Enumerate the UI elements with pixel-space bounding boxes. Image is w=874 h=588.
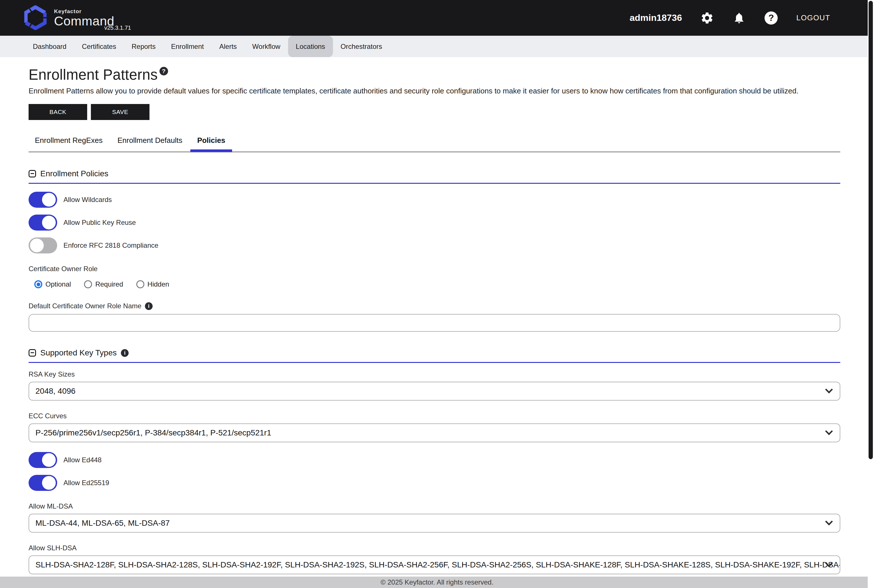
back-button[interactable]: BACK (29, 104, 87, 120)
allow-ed448-toggle[interactable] (29, 452, 57, 468)
select-value: P-256/prime256v1/secp256r1, P-384/secp38… (35, 428, 271, 437)
toggle-label: Allow Public Key Reuse (63, 219, 136, 226)
app-header: Keyfactor Command v25.3.1.71 admin18736 … (0, 0, 874, 36)
section-divider (29, 362, 840, 363)
ecc-curves-label: ECC Curves (29, 412, 840, 420)
radio-required[interactable]: Required (84, 280, 123, 288)
toggle-label: Allow Ed25519 (63, 479, 109, 487)
gear-icon[interactable] (700, 11, 714, 25)
select-value: SLH-DSA-SHA2-128F, SLH-DSA-SHA2-128S, SL… (35, 560, 840, 569)
ecc-curves-select[interactable]: P-256/prime256v1/secp256r1, P-384/secp38… (29, 423, 840, 442)
rsa-key-sizes-label: RSA Key Sizes (29, 370, 840, 378)
allow-ml-dsa-label: Allow ML-DSA (29, 502, 840, 510)
scrollbar-track[interactable] (868, 0, 874, 588)
toggle-row-allow-wildcards: Allow Wildcards (29, 192, 840, 208)
header-right: admin18736 LOGOUT (630, 11, 830, 25)
username: admin18736 (630, 13, 682, 23)
default-role-name-label: Default Certificate Owner Role Name (29, 302, 141, 310)
nav-item-certificates[interactable]: Certificates (74, 36, 124, 57)
radio-icon[interactable] (34, 280, 42, 288)
nav-item-alerts[interactable]: Alerts (212, 36, 244, 57)
tab-policies[interactable]: Policies (197, 136, 225, 151)
certificate-owner-role-label: Certificate Owner Role (29, 265, 840, 273)
collapse-icon[interactable] (29, 349, 36, 357)
toggle-label: Enforce RFC 2818 Compliance (63, 242, 158, 249)
tab-enrollment-regexes[interactable]: Enrollment RegExes (35, 136, 103, 151)
toggle-row-allow-ed25519: Allow Ed25519 (29, 475, 840, 491)
radio-hidden[interactable]: Hidden (136, 280, 169, 288)
page-description: Enrollment Patterns allow you to provide… (29, 86, 840, 96)
nav-item-enrollment[interactable]: Enrollment (164, 36, 212, 57)
section-enrollment-policies: Enrollment Policies (29, 169, 840, 178)
tab-divider (29, 151, 840, 153)
select-value: ML-DSA-44, ML-DSA-65, ML-DSA-87 (35, 519, 170, 527)
main-nav: Dashboard Certificates Reports Enrollmen… (0, 36, 874, 57)
keyfactor-logo-icon (24, 5, 47, 31)
radio-optional[interactable]: Optional (34, 280, 71, 288)
toggle-row-allow-public-key-reuse: Allow Public Key Reuse (29, 214, 840, 231)
rsa-key-sizes-select[interactable]: 2048, 4096 (29, 382, 840, 400)
copyright-text: © 2025 Keyfactor. All rights reserved. (380, 578, 493, 586)
allow-public-key-reuse-toggle[interactable] (29, 214, 57, 231)
toggle-row-enforce-rfc-2818: Enforce RFC 2818 Compliance (29, 237, 840, 254)
brand-version: v25.3.1.71 (104, 25, 131, 31)
page-help-icon[interactable] (159, 67, 168, 75)
section-title: Enrollment Policies (40, 169, 108, 178)
toggle-label: Allow Ed448 (63, 456, 101, 464)
nav-item-dashboard[interactable]: Dashboard (25, 36, 74, 57)
page-title: Enrollment Patterns (29, 66, 158, 83)
default-role-name-input[interactable] (29, 314, 840, 332)
info-icon[interactable] (121, 349, 129, 357)
select-value: 2048, 4096 (35, 387, 75, 395)
allow-ml-dsa-select[interactable]: ML-DSA-44, ML-DSA-65, ML-DSA-87 (29, 514, 840, 532)
help-icon[interactable] (764, 11, 778, 25)
toggle-row-allow-ed448: Allow Ed448 (29, 452, 840, 468)
allow-ed25519-toggle[interactable] (29, 475, 57, 491)
nav-item-orchestrators[interactable]: Orchestrators (333, 36, 390, 57)
radio-icon[interactable] (84, 280, 92, 288)
bell-icon[interactable] (732, 11, 746, 25)
nav-item-workflow[interactable]: Workflow (245, 36, 288, 57)
chevron-down-icon (825, 386, 833, 393)
allow-slh-dsa-label: Allow SLH-DSA (29, 544, 840, 552)
section-supported-key-types: Supported Key Types (29, 348, 840, 357)
collapse-icon[interactable] (29, 170, 36, 177)
chevron-down-icon (825, 518, 833, 525)
main-content: Enrollment Patterns Enrollment Patterns … (0, 66, 874, 588)
tab-enrollment-defaults[interactable]: Enrollment Defaults (117, 136, 182, 151)
enforce-rfc-2818-toggle[interactable] (29, 237, 57, 254)
scrollbar-thumb[interactable] (869, 1, 873, 459)
footer: © 2025 Keyfactor. All rights reserved. (0, 577, 874, 588)
chevron-down-icon (825, 428, 833, 435)
allow-wildcards-toggle[interactable] (29, 192, 57, 208)
brand: Keyfactor Command v25.3.1.71 (24, 0, 114, 36)
tab-bar: Enrollment RegExes Enrollment Defaults P… (29, 136, 840, 151)
section-title: Supported Key Types (40, 348, 117, 357)
section-divider (29, 183, 840, 184)
nav-item-reports[interactable]: Reports (124, 36, 163, 57)
toggle-label: Allow Wildcards (63, 196, 112, 204)
save-button[interactable]: SAVE (91, 104, 149, 120)
logout-button[interactable]: LOGOUT (796, 14, 830, 22)
radio-icon[interactable] (136, 280, 144, 288)
allow-slh-dsa-select[interactable]: SLH-DSA-SHA2-128F, SLH-DSA-SHA2-128S, SL… (29, 555, 840, 574)
nav-item-locations[interactable]: Locations (288, 36, 333, 57)
info-icon[interactable] (145, 302, 153, 310)
certificate-owner-role-radios: Optional Required Hidden (29, 280, 840, 288)
